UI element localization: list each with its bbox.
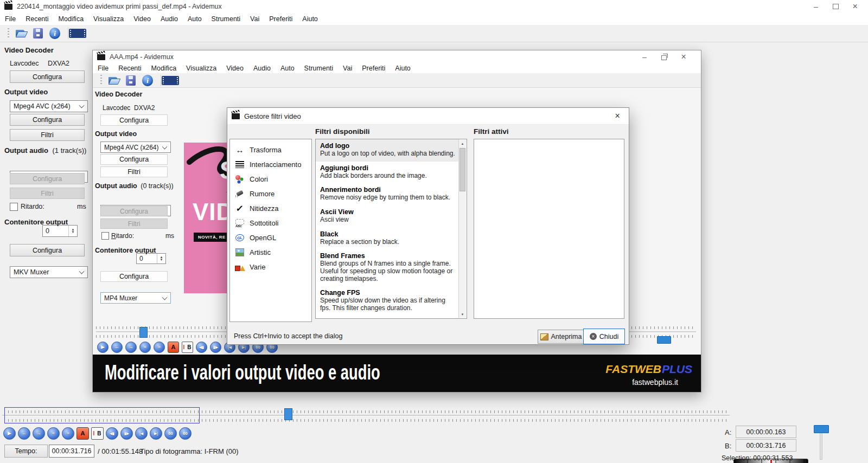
stepper-arrows-icon[interactable]: ▲▼ [157,254,165,263]
menu-item[interactable]: Visualizza [88,15,129,23]
scrollbar-thumb[interactable] [459,148,465,191]
close-button[interactable] [674,50,693,63]
outer-video-codec-select[interactable]: Mpeg4 AVC (x264) [10,100,88,112]
menu-item[interactable]: Strumenti [207,15,246,23]
outer-decoder-configure-button[interactable]: Configura [10,70,85,83]
selection-region[interactable] [4,407,200,423]
filter-category[interactable]: Rumore [230,187,311,201]
filter-category[interactable]: Colori [230,172,311,187]
menu-item[interactable]: Aiuto [297,15,323,23]
inner-video-filters-button[interactable]: Filtri [100,166,168,177]
filter-entry[interactable]: Aggiungi bordi Add black borders around … [316,162,459,184]
forward-60s-button[interactable]: 60 [179,427,192,440]
open-icon[interactable] [108,75,120,86]
filter-entry[interactable]: Ascii View Ascii view [316,205,459,228]
preview-button[interactable]: Anteprima [538,330,584,344]
menu-item[interactable]: Strumenti [299,65,339,72]
filter-category[interactable]: OpenGL [230,230,311,245]
info-icon[interactable] [49,28,61,39]
filter-entry[interactable]: Change FPS Speed up/slow down the video … [316,286,459,316]
back-one-frame-button[interactable]: ← [18,427,30,440]
scrollbar-down-icon[interactable]: ▼ [459,311,466,318]
goto-black-next-button[interactable]: ▮▶ [210,342,221,353]
save-icon[interactable] [32,28,44,39]
forward-one-frame-button[interactable]: → [125,342,137,353]
prev-intra-frame-button[interactable]: « [139,342,151,353]
close-dialog-button[interactable]: Chiudi [583,329,625,344]
menu-item[interactable]: Preferiti [357,65,390,72]
last-frame-button[interactable]: ▶| [150,427,162,440]
menu-item[interactable]: Modifica [54,15,89,23]
inner-delay-checkbox[interactable] [101,232,109,240]
filter-category[interactable]: Sottotitoli [230,216,311,230]
goto-black-next-button[interactable]: ▮▶ [120,427,133,440]
menu-item[interactable]: Aiuto [390,65,416,72]
filter-entry[interactable]: Crop [316,316,459,319]
menu-item[interactable]: Video [129,15,156,23]
tempo-button[interactable]: Tempo: [4,445,48,458]
stepper-arrows-icon[interactable]: ▲▼ [68,226,77,236]
inner-container-select[interactable]: MP4 Muxer [100,292,171,304]
mark-b-field[interactable]: 00:00:31.716 [736,439,796,452]
mark-a-field[interactable]: 00:00:00.163 [736,426,796,438]
first-frame-button[interactable]: |◀ [135,427,148,440]
filter-category[interactable]: Artistic [230,245,311,260]
menu-item[interactable]: Recenti [21,15,53,23]
inner-video-codec-select[interactable]: Mpeg4 AVC (x264) [100,142,171,153]
outer-container-select[interactable]: MKV Muxer [10,266,88,278]
menu-item[interactable]: Preferiti [264,15,297,23]
menu-item[interactable]: Recenti [113,65,146,72]
main-volume-slider[interactable] [814,425,829,433]
menu-item[interactable]: Audio [156,15,183,23]
main-timeline-handle[interactable] [284,408,292,420]
filters-icon[interactable] [161,75,180,86]
menu-item[interactable]: Modifica [146,65,182,72]
active-filters-list[interactable] [474,139,624,319]
filter-entry[interactable]: Black Replace a section by black. [316,228,459,250]
next-intra-frame-button[interactable]: » [154,342,165,353]
goto-black-prev-button[interactable]: ◀▮ [106,427,118,440]
frame-ib-button[interactable]: I B [182,342,193,353]
filter-category[interactable]: Trasforma [230,143,311,157]
filters-icon[interactable] [68,28,87,39]
scrollbar-up-icon[interactable]: ▲ [459,140,466,147]
menu-item[interactable]: Video [221,65,248,72]
menu-item[interactable]: File [0,15,21,23]
mark-a-button[interactable]: A [76,427,89,440]
forward-one-frame-button[interactable]: → [33,427,45,440]
outer-container-configure-button[interactable]: Configura [10,244,85,256]
menu-item[interactable]: Vai [338,65,357,72]
filter-entry[interactable]: Annerimento bordi Remove noisy edge by t… [316,183,459,205]
mark-a-button[interactable]: A [168,342,179,353]
play-button[interactable]: ▶ [97,342,108,353]
open-icon[interactable] [15,28,27,39]
menu-item[interactable]: Visualizza [181,65,221,72]
frame-ib-button[interactable]: I B [91,427,104,440]
filter-category[interactable]: Nitidezza [230,201,311,216]
restore-button[interactable] [654,50,674,63]
info-icon[interactable] [142,75,154,86]
back-one-frame-button[interactable]: ← [111,342,123,353]
current-time-field[interactable]: 00:00:31.716 [49,445,94,458]
menu-item[interactable]: Audio [248,65,276,72]
back-60s-button[interactable]: 60 [164,427,177,440]
play-button[interactable]: ▶ [3,427,16,440]
inner-decoder-configure-button[interactable]: Configura [100,114,168,126]
prev-intra-frame-button[interactable]: « [47,427,60,440]
filter-entry[interactable]: Add logo Put a logo on top of video, wit… [316,139,459,162]
outer-video-configure-button[interactable]: Configura [10,114,85,126]
menu-item[interactable]: Auto [276,65,299,72]
menu-item[interactable]: Vai [245,15,264,23]
scrollbar[interactable]: ▲ ▼ [458,140,466,318]
filter-category[interactable]: Interlacciamento [230,157,311,172]
goto-black-prev-button[interactable]: ◀▮ [196,342,207,353]
inner-container-configure-button[interactable]: Configura [100,271,168,282]
filter-category[interactable]: Varie [230,260,311,274]
minimize-button[interactable] [635,50,654,63]
next-intra-frame-button[interactable]: » [62,427,74,440]
outer-video-filters-button[interactable]: Filtri [10,129,85,141]
volume-track[interactable] [820,433,822,460]
dialog-close-button[interactable] [610,111,624,121]
save-icon[interactable] [125,75,137,86]
outer-delay-stepper[interactable]: 0 ▲▼ [42,225,78,237]
